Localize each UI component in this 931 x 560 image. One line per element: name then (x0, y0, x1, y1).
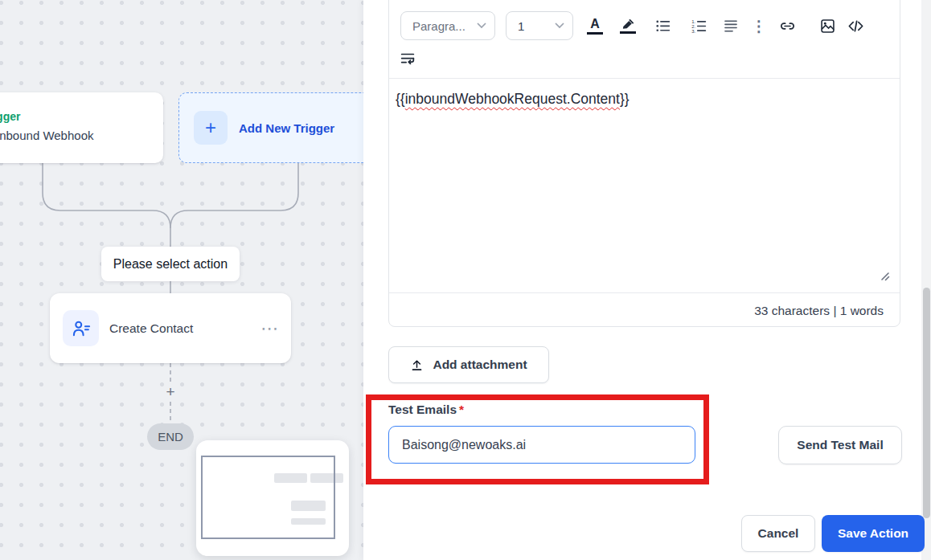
node-options-icon[interactable]: ⋯ (260, 320, 278, 337)
resize-handle-icon[interactable] (880, 271, 890, 281)
link-icon[interactable] (777, 13, 798, 39)
cancel-button[interactable]: Cancel (741, 515, 815, 552)
bullet-list-icon[interactable] (652, 13, 673, 39)
required-asterisk: * (459, 403, 464, 416)
workflow-canvas[interactable]: Trigger Inbound Webhook + Add New Trigge… (0, 0, 363, 560)
trigger-node-inbound-webhook[interactable]: Trigger Inbound Webhook (0, 92, 163, 163)
text-color-icon[interactable]: A (584, 13, 605, 39)
trigger-node-subtitle: Inbound Webhook (0, 129, 94, 142)
select-action-label-box: Please select action (101, 247, 240, 281)
paragraph-format-dropdown[interactable]: Paragra... (400, 11, 495, 40)
template-braces-open: {{ (396, 91, 405, 107)
wrap-text-icon[interactable] (397, 46, 418, 72)
numbered-list-icon[interactable]: 1. 2. 3. (688, 13, 709, 39)
chevron-down-icon (555, 22, 564, 29)
create-contact-icon (63, 310, 99, 346)
upload-icon (410, 358, 424, 372)
minimap[interactable] (196, 440, 349, 556)
merge-field-variable: inboundWebhookRequest.Content (405, 91, 620, 107)
send-test-mail-button[interactable]: Send Test Mail (778, 426, 902, 464)
add-attachment-button[interactable]: Add attachment (388, 346, 549, 383)
end-badge: END (147, 423, 194, 450)
editor-toolbar: Paragra... 1 A (389, 0, 900, 79)
highlight-color-icon[interactable] (617, 13, 638, 39)
action-node-create-contact[interactable]: Create Contact ⋯ (50, 293, 291, 363)
chevron-down-icon (477, 22, 486, 29)
more-options-icon[interactable]: ⋮ (748, 13, 769, 39)
test-emails-label: Test Emails* (388, 403, 464, 417)
add-attachment-label: Add attachment (433, 358, 527, 372)
email-body-input[interactable]: {{inboundWebhookRequest.Content}} (389, 79, 900, 292)
action-settings-panel: Paragra... 1 A (363, 0, 931, 560)
character-count: 33 characters | 1 words (389, 292, 900, 328)
test-emails-input[interactable] (388, 426, 695, 464)
save-action-button[interactable]: Save Action (822, 515, 925, 552)
scrollbar-track[interactable] (921, 0, 931, 560)
trigger-node-title: Trigger (0, 110, 20, 123)
add-new-trigger-button[interactable]: + Add New Trigger (178, 92, 363, 163)
select-action-label: Please select action (113, 257, 228, 272)
plus-icon: + (194, 111, 228, 145)
action-node-label: Create Contact (109, 321, 193, 336)
svg-text:3.: 3. (691, 28, 695, 33)
email-body-editor: Paragra... 1 A (388, 0, 900, 327)
add-new-trigger-label: Add New Trigger (239, 121, 334, 135)
template-braces-close: }} (620, 91, 630, 107)
insert-image-icon[interactable] (817, 13, 838, 39)
paragraph-format-value: Paragra... (412, 19, 466, 33)
code-view-icon[interactable] (845, 13, 866, 39)
font-size-dropdown[interactable]: 1 (506, 11, 573, 40)
add-step-button[interactable]: + (162, 384, 178, 400)
align-icon[interactable] (720, 13, 741, 39)
font-size-value: 1 (518, 19, 524, 33)
scrollbar-thumb[interactable] (923, 288, 930, 518)
minimap-viewport[interactable] (201, 456, 335, 539)
